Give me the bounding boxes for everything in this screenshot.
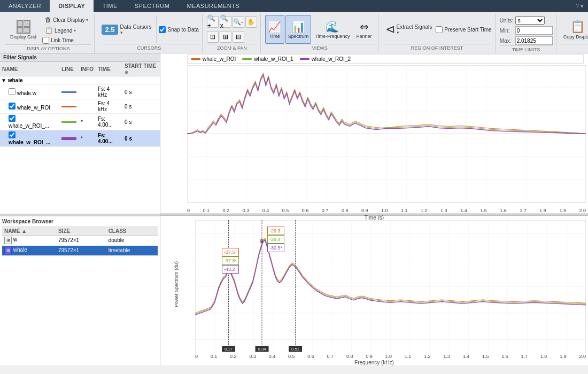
- link-time-row: Link Time: [42, 36, 91, 44]
- preserve-start-time-checkbox[interactable]: [436, 26, 443, 33]
- max-input[interactable]: 2.01825: [515, 36, 553, 45]
- zoom-row2: ⊡ ⊞ ⊟: [207, 30, 257, 44]
- zoom-out-button[interactable]: 🔍-: [233, 16, 244, 28]
- col-info: INFO: [79, 62, 96, 76]
- share-row: 📋 Copy Display 📄 Generate Script: [561, 15, 588, 44]
- bottom-chart: Power Spectrum (dB): [160, 216, 588, 365]
- tab-measurements[interactable]: MEASUREMENTS: [178, 0, 248, 12]
- units-select[interactable]: s: [515, 16, 545, 25]
- panner-icon: ⇔: [360, 20, 369, 33]
- time-limits-label: TIME LIMITS: [500, 45, 553, 52]
- annotation-group-1: -37.5 -37.8* -43.2: [222, 248, 239, 274]
- table-row[interactable]: whale_w_ROI Fs: 4 kHz 0 s: [0, 99, 160, 114]
- zoom-custom-button[interactable]: ⊟: [233, 31, 244, 43]
- zoom-region-button[interactable]: ⊞: [220, 31, 231, 43]
- tf-icon: 🌊: [326, 20, 339, 33]
- left-panel: Filter Signals NAME LINE INFO TIME START…: [0, 53, 160, 365]
- legend-item-3: whale_w_ROI_2: [300, 56, 351, 62]
- ribbon-group-zoom: 🔍+ 🔍x 🔍- ✋ ⊡ ⊞ ⊟ ZOOM & PAN: [204, 14, 261, 53]
- signal-line-color: [61, 91, 76, 93]
- signal-checkbox[interactable]: [9, 115, 16, 122]
- ribbon: Display Grid 🗑 Clear Display ▾ 📋 Legend …: [0, 12, 588, 53]
- top-tabs: ANALYZER DISPLAY TIME SPECTRUM MEASUREME…: [0, 0, 588, 12]
- zoom-in-button[interactable]: 🔍+: [207, 16, 219, 28]
- help-button[interactable]: ? ▾: [571, 3, 588, 10]
- spectrum-chart-svg: 0.17 0.34 0.51 -30: [195, 220, 586, 353]
- legend-button[interactable]: 📋 Legend ▾: [42, 26, 91, 35]
- time-view-button[interactable]: 📈 Time: [265, 15, 284, 44]
- tab-spectrum[interactable]: SPECTRUM: [126, 0, 179, 12]
- data-cursors-button[interactable]: 2.5 Data Cursors ▾: [99, 15, 154, 44]
- copy-display-button[interactable]: 📋 Copy Display: [561, 15, 588, 44]
- ws-col-class: CLASS: [106, 227, 158, 235]
- legend-color-2: [242, 58, 252, 60]
- ribbon-group-cursors: 2.5 Data Cursors ▾ Snap to Data CURSORS: [96, 14, 202, 53]
- spectrum-icon: 📊: [292, 20, 305, 33]
- copy-icon: 📋: [570, 20, 585, 34]
- clear-display-button[interactable]: 🗑 Clear Display ▾: [42, 15, 91, 25]
- annotation-box-2c: -30.5*: [267, 244, 284, 252]
- legend-bar: whale_w_ROI whale_w_ROI_1 whale_w_ROI_2: [187, 54, 584, 64]
- signal-checkbox[interactable]: [9, 88, 16, 95]
- signal-checkbox[interactable]: [9, 103, 16, 110]
- workspace-title: Workspace Browser: [2, 219, 158, 224]
- snap-to-data-checkbox[interactable]: [159, 26, 166, 33]
- table-row[interactable]: ▼ whale: [0, 76, 160, 85]
- signal-name: ▼ whale: [0, 76, 59, 85]
- share-label: SHARE: [561, 44, 588, 51]
- extract-arrow[interactable]: ▾: [397, 30, 399, 35]
- views-row: 📈 Time 📊 Spectrum 🌊 Time-Frequency ⇔ Pan…: [265, 15, 375, 44]
- display-grid-label: Display Grid: [10, 34, 36, 40]
- ribbon-group-display-options: Display Grid 🗑 Clear Display ▾ 📋 Legend …: [2, 14, 95, 53]
- table-row[interactable]: whale_w_ROI_... * Fs: 4.00... 0 s: [0, 114, 160, 130]
- annotation-box-2a: -29.3: [267, 227, 284, 235]
- spectrum-x-label: Frequency (kHz): [160, 360, 588, 365]
- clear-icon: 🗑: [45, 16, 51, 24]
- cursors-arrow[interactable]: ▾: [120, 30, 123, 35]
- table-row[interactable]: ⊞ w 79572×1 double: [2, 235, 158, 245]
- x-axis-labels: 00.10.20.30.40.50.60.70.80.91.01.11.21.3…: [187, 208, 586, 213]
- svg-point-72: [260, 240, 264, 243]
- panner-button[interactable]: ⇔ Panner: [354, 15, 375, 44]
- annotation-box-1b: -37.8*: [222, 256, 239, 265]
- signal-line-color: [61, 106, 76, 107]
- link-time-checkbox[interactable]: [42, 37, 49, 44]
- legend-arrow[interactable]: ▾: [74, 28, 76, 33]
- zoom-fit-button[interactable]: ⊡: [207, 31, 219, 43]
- signal-checkbox[interactable]: [9, 131, 16, 138]
- table-row[interactable]: whale_w_ROI_... * Fs: 4.00... 0 s: [0, 130, 160, 147]
- ws-col-name: NAME ▲: [2, 227, 56, 235]
- time-icon: 📈: [268, 20, 281, 33]
- annotation-box-1c: -43.2: [222, 265, 239, 274]
- col-name: NAME: [0, 62, 59, 76]
- main-layout: Filter Signals NAME LINE INFO TIME START…: [0, 53, 588, 365]
- col-starttime: START TIME ⊙: [122, 62, 160, 76]
- tab-time[interactable]: TIME: [94, 0, 126, 12]
- expand-icon[interactable]: ▼: [1, 77, 6, 83]
- legend-item-2: whale_w_ROI_1: [242, 56, 293, 62]
- tab-display[interactable]: DISPLAY: [50, 0, 94, 12]
- spectrum-view-button[interactable]: 📊 Spectrum: [285, 15, 312, 44]
- extract-signals-button[interactable]: ⊲ Extract Signals ▾: [383, 15, 435, 44]
- max-row: Max: 2.01825: [500, 36, 553, 45]
- min-input[interactable]: 0: [515, 26, 553, 35]
- roi-row: ⊲ Extract Signals ▾ Preserve Start Time: [383, 15, 492, 44]
- table-row[interactable]: ⊞ whale 79572×1 timetable: [2, 245, 158, 255]
- workspace-content: Workspace Browser NAME ▲ SIZE CLASS ⊞: [0, 216, 160, 258]
- snap-to-data-row: Snap to Data: [159, 26, 198, 34]
- annotation-group-2: -29.3 -29.4 -30.5*: [267, 227, 284, 252]
- svg-text:0.34: 0.34: [258, 347, 266, 352]
- time-frequency-button[interactable]: 🌊 Time-Frequency: [312, 15, 352, 44]
- grid-icon: ⊞: [4, 237, 12, 244]
- clear-display-arrow[interactable]: ▾: [86, 18, 88, 22]
- views-label: VIEWS: [265, 44, 375, 51]
- grid-icon: [17, 20, 30, 34]
- zoom-x-button[interactable]: 🔍x: [220, 16, 231, 28]
- pan-button[interactable]: ✋: [245, 16, 257, 28]
- table-row[interactable]: whale.w Fs: 4 kHz 0 s: [0, 85, 160, 99]
- svg-text:0.17: 0.17: [225, 347, 233, 352]
- display-grid-button[interactable]: Display Grid: [5, 15, 41, 44]
- tab-analyzer[interactable]: ANALYZER: [0, 0, 50, 12]
- legend-icon: 📋: [45, 27, 53, 34]
- preserve-start-time-row: Preserve Start Time: [436, 26, 491, 34]
